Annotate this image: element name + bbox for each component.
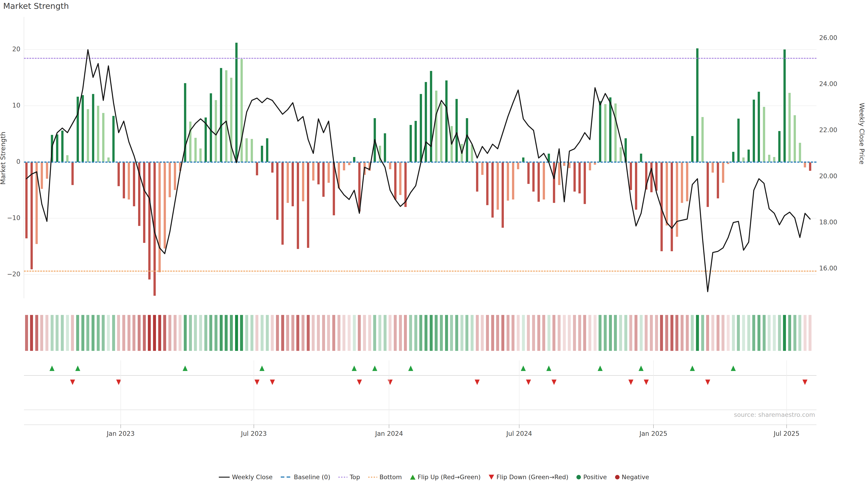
signal-strip-bar-negative <box>588 315 591 351</box>
y-tick-label-left: −20 <box>0 270 20 278</box>
signal-strip-bar-negative <box>717 315 719 351</box>
strength-bar-negative <box>399 162 401 195</box>
signal-strip-bar-positive <box>624 315 627 351</box>
strength-bar-positive <box>251 139 253 162</box>
strength-bar-positive <box>225 70 227 162</box>
signal-strip-bar-positive <box>640 315 643 351</box>
strength-bar-positive <box>625 138 627 162</box>
strength-bar-negative <box>256 162 258 175</box>
flip-down-marker <box>644 380 649 385</box>
strength-bar-positive <box>194 138 197 162</box>
strength-bar-negative <box>527 162 530 184</box>
strength-bar-positive <box>374 118 376 162</box>
legend-item: Baseline (0) <box>281 474 330 481</box>
strength-bar-negative <box>537 162 540 202</box>
signal-strip-bar-negative <box>568 315 571 351</box>
signal-strip-bar-positive <box>430 315 433 351</box>
strength-bar-negative <box>722 162 724 183</box>
strength-bar-negative <box>517 162 519 169</box>
source-text: source: sharemaestro.com <box>734 411 815 418</box>
strength-bar-negative <box>276 162 278 220</box>
strength-bar-negative <box>650 162 653 192</box>
signal-strip-bar-negative <box>30 315 33 351</box>
signal-strip-bar-negative <box>537 315 540 351</box>
strength-bar-negative <box>671 162 673 251</box>
month-gridline <box>519 360 520 424</box>
signal-strip-bar-positive <box>66 315 69 351</box>
signal-strip-bar-positive <box>752 315 755 351</box>
signal-strip-bar-positive <box>81 315 84 351</box>
signal-strip-bar-positive <box>435 315 438 351</box>
signal-strip-bar-negative <box>583 315 586 351</box>
strength-bar-positive <box>440 103 442 162</box>
strength-bar-positive <box>435 91 437 162</box>
strength-bar-positive <box>461 144 463 162</box>
top-dot-icon <box>338 477 347 478</box>
signal-strip-bar-positive <box>783 315 786 351</box>
signal-strip-bar-positive <box>230 315 233 351</box>
month-gridline <box>121 360 121 424</box>
strength-bar-negative <box>574 162 576 192</box>
signal-strip-bar-negative <box>629 315 632 351</box>
strength-bar-negative <box>133 162 135 206</box>
signal-strip-bar-negative <box>491 315 494 351</box>
signal-strip-bar-positive <box>747 315 750 351</box>
signal-strip-bar-negative <box>281 315 284 351</box>
signal-strip-bar-negative <box>45 315 49 351</box>
y-axis-label-right: Weekly Close Price <box>858 103 866 164</box>
signal-strip-bar-positive <box>419 315 422 351</box>
signal-strip-bar-positive <box>102 315 105 351</box>
signal-strip-bar-positive <box>450 315 453 351</box>
strength-bar-positive <box>696 48 699 162</box>
flip-up-triangle-icon <box>410 475 415 480</box>
strength-bar-negative <box>158 162 161 272</box>
strength-bar-positive <box>747 150 750 162</box>
signal-strip-bar-positive <box>204 315 207 351</box>
strength-bar-negative <box>128 162 130 199</box>
signal-strip-bar-positive <box>92 315 94 351</box>
signal-strip-bar-positive <box>465 315 468 351</box>
strength-bar-positive <box>51 135 53 162</box>
signal-strip-bar-positive <box>598 315 601 351</box>
flip-up-marker <box>731 365 736 371</box>
strength-bar-positive <box>737 119 740 162</box>
strength-bar-positive <box>753 100 755 162</box>
signal-strip-bar-positive <box>240 315 243 351</box>
signal-strip-bar-negative <box>506 315 509 351</box>
signal-strip-bar-negative <box>122 315 125 351</box>
strength-bar-positive <box>466 118 468 162</box>
strength-bar-negative <box>348 162 350 165</box>
signal-strip-bar-negative <box>553 315 555 351</box>
strength-bar-negative <box>153 162 156 296</box>
signal-strip-bar-negative <box>517 315 520 351</box>
flip-down-marker <box>526 380 531 385</box>
signal-strip-bar-negative <box>804 315 807 351</box>
signal-strip-bar-negative <box>363 315 366 351</box>
y-tick-label-left: 10 <box>0 102 20 109</box>
signal-strip-bar-positive <box>737 315 740 351</box>
strength-bar-negative <box>804 162 806 167</box>
signal-strip-bar-negative <box>809 315 811 351</box>
signal-strip-bar-negative <box>501 315 504 351</box>
signal-strip-bar-negative <box>342 315 345 351</box>
strength-bar-negative <box>312 162 314 181</box>
signal-strip-bar-positive <box>619 315 622 351</box>
strength-bar-positive <box>420 94 422 162</box>
signal-strip-bar-positive <box>696 315 699 351</box>
flip-up-marker <box>50 365 55 371</box>
signal-strip-bar-negative <box>399 315 402 351</box>
x-tick-label: Jul 2025 <box>774 430 800 437</box>
strength-bar-negative <box>717 162 719 198</box>
signal-strip-bar-positive <box>701 315 704 351</box>
strength-bar-negative <box>584 162 586 204</box>
signal-strip-bar-positive <box>199 315 202 351</box>
signal-strip-bar-negative <box>645 315 648 351</box>
strength-bar-negative <box>291 162 294 206</box>
strength-bar-positive <box>430 71 432 162</box>
top-reference-line <box>24 58 816 59</box>
strength-bar-positive <box>425 82 427 162</box>
signal-strip-bar-positive <box>604 315 607 351</box>
signal-strip-bar-negative <box>179 315 182 351</box>
strength-bar-positive <box>235 43 238 162</box>
signal-strip-bar-negative <box>675 315 678 351</box>
